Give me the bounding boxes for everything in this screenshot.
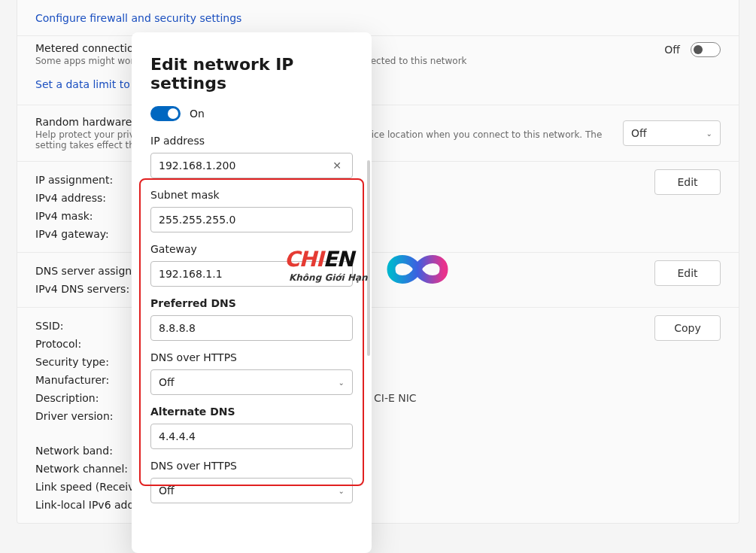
ip-edit-button[interactable]: Edit: [654, 169, 721, 195]
random-hw-dropdown[interactable]: Off ⌄: [623, 120, 721, 146]
dns-edit-button[interactable]: Edit: [654, 260, 721, 286]
firewall-link[interactable]: Configure firewall and security settings: [35, 12, 241, 24]
edit-ip-settings-dialog: Edit network IP settings On IP address 1…: [132, 32, 372, 553]
dns-over-https-value: Off: [159, 376, 175, 388]
subnet-mask-label: Subnet mask: [150, 189, 353, 201]
metered-toggle-label: Off: [664, 44, 680, 56]
ip-address-label: IP address: [150, 135, 353, 147]
gateway-label: Gateway: [150, 243, 353, 255]
preferred-dns-label: Preferred DNS: [150, 297, 353, 309]
gateway-value: 192.168.1.1: [159, 268, 345, 280]
alternate-dns-label: Alternate DNS: [150, 406, 353, 418]
dns-over-https-2-value: Off: [159, 485, 175, 497]
alternate-dns-input[interactable]: 4.4.4.4: [150, 424, 353, 449]
gateway-input[interactable]: 192.168.1.1: [150, 261, 353, 287]
ip-settings-toggle[interactable]: [150, 106, 181, 121]
ip-settings-toggle-label: On: [190, 108, 205, 120]
scrollbar-thumb[interactable]: [367, 160, 370, 356]
settings-background: Configure firewall and security settings…: [0, 0, 756, 553]
copy-button[interactable]: Copy: [654, 315, 721, 341]
chevron-down-icon: ⌄: [339, 378, 345, 387]
dns-over-https-dropdown[interactable]: Off ⌄: [150, 369, 353, 395]
clear-icon[interactable]: ✕: [329, 160, 345, 172]
dns-over-https-label: DNS over HTTPS: [150, 351, 353, 363]
subnet-mask-input[interactable]: 255.255.255.0: [150, 207, 353, 232]
dns-over-https-2-label: DNS over HTTPS: [150, 460, 353, 472]
preferred-dns-value: 8.8.8.8: [159, 322, 345, 334]
chevron-down-icon: ⌄: [339, 487, 345, 495]
alternate-dns-value: 4.4.4.4: [159, 430, 345, 442]
random-hw-value: Off: [631, 127, 647, 139]
modal-scrollbar[interactable]: [366, 160, 372, 536]
preferred-dns-input[interactable]: 8.8.8.8: [150, 315, 353, 341]
chevron-down-icon: ⌄: [706, 129, 712, 138]
dns-over-https-2-dropdown[interactable]: Off ⌄: [150, 478, 353, 503]
metered-toggle[interactable]: [691, 42, 721, 57]
ip-address-value: 192.168.1.200: [159, 160, 329, 172]
subnet-mask-value: 255.255.255.0: [159, 214, 345, 226]
dialog-title: Edit network IP settings: [150, 55, 353, 93]
ip-address-input[interactable]: 192.168.1.200 ✕: [150, 153, 353, 178]
